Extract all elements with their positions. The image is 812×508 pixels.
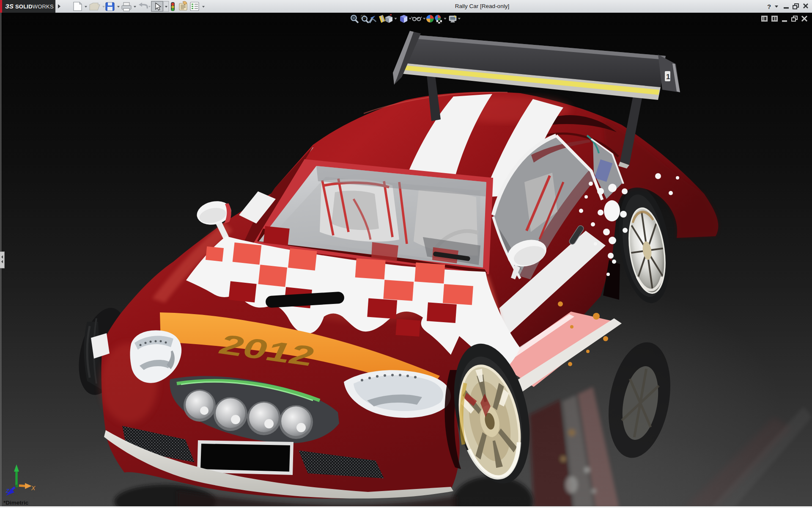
- svg-text:1: 1: [666, 73, 670, 81]
- svg-text:?: ?: [767, 3, 771, 10]
- svg-text:ЗS: ЗS: [5, 3, 14, 10]
- svg-text:Z: Z: [5, 488, 10, 494]
- svg-text:SOLIDWORKS: SOLIDWORKS: [15, 3, 54, 10]
- svg-text:X: X: [31, 485, 36, 491]
